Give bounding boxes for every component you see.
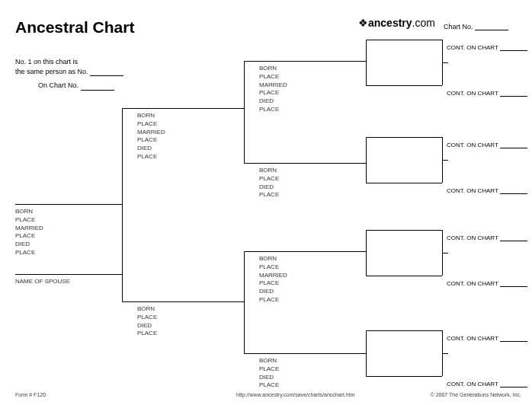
person-5-name-line[interactable] xyxy=(244,163,366,164)
person-5-fields[interactable]: BORNPLACEDIEDPLACE xyxy=(259,167,279,199)
chart-number-label: Chart No. xyxy=(444,23,473,30)
person-10-name-line[interactable] xyxy=(366,137,442,138)
person-7-name-line[interactable] xyxy=(244,353,366,354)
footer-form: Form # F120 xyxy=(15,392,46,397)
cont-chart-10[interactable]: CONT. ON CHART xyxy=(447,142,527,148)
chart-number-field[interactable]: Chart No. xyxy=(444,23,508,30)
person-3-fields[interactable]: BORNPLACEDIEDPLACE xyxy=(137,305,157,338)
cont-chart-12[interactable]: CONT. ON CHART xyxy=(447,234,527,241)
person-1-name-line[interactable] xyxy=(15,204,122,205)
footer-copy: © 2007 The Generations Network, Inc. xyxy=(431,392,521,397)
intro-block: No. 1 on this chart is the same person a… xyxy=(15,57,123,91)
person-8-name-line[interactable] xyxy=(366,40,442,40)
person-7-fields[interactable]: BORNPLACEDIEDPLACE xyxy=(259,357,279,390)
cont-chart-14[interactable]: CONT. ON CHART xyxy=(447,335,527,342)
footer-url: http://www.ancestry.com/save/charts/ancc… xyxy=(236,392,354,397)
bracket-gen3-d xyxy=(366,330,367,376)
bracket-gen3-c xyxy=(366,230,367,276)
person-2-name-line[interactable] xyxy=(122,108,244,109)
bracket-gen2-lower xyxy=(244,251,245,353)
bracket-gen1 xyxy=(122,108,123,301)
brand-glyph-icon: ❖ xyxy=(358,17,368,29)
person-11-name-line[interactable] xyxy=(366,183,442,183)
person-13-name-line[interactable] xyxy=(366,276,442,276)
person-14-name-line[interactable] xyxy=(366,330,442,331)
bracket-gen3-a xyxy=(366,40,367,85)
cont-chart-9[interactable]: CONT. ON CHART xyxy=(447,90,527,97)
cont-chart-8[interactable]: CONT. ON CHART xyxy=(447,44,527,51)
person-9-name-line[interactable] xyxy=(366,85,442,86)
intro-line-2[interactable]: the same person as No. xyxy=(15,67,123,77)
cont-chart-11[interactable]: CONT. ON CHART xyxy=(447,187,527,194)
person-15-name-line[interactable] xyxy=(366,376,442,377)
bracket-gen3-b xyxy=(366,137,367,183)
stub-d xyxy=(442,353,448,354)
bracket-gen2-upper xyxy=(244,61,245,163)
person-6-name-line[interactable] xyxy=(244,251,366,252)
person-12-name-line[interactable] xyxy=(366,230,442,231)
page-title: Ancestral Chart xyxy=(15,18,134,37)
cont-chart-15[interactable]: CONT. ON CHART xyxy=(447,381,527,387)
person-6-fields[interactable]: BORNPLACEMARRIEDPLACEDIEDPLACE xyxy=(259,255,287,305)
stub-b xyxy=(442,160,448,161)
ancestral-chart-form: Ancestral Chart ❖ancestry.com Chart No. … xyxy=(0,0,532,405)
stub-a xyxy=(442,62,448,63)
cont-chart-13[interactable]: CONT. ON CHART xyxy=(447,280,527,287)
stub-c xyxy=(442,253,448,254)
spouse-name-line[interactable] xyxy=(15,274,122,275)
brand-name: ancestry xyxy=(368,17,412,29)
brand-suffix: .com xyxy=(412,17,435,29)
person-4-name-line[interactable] xyxy=(244,61,366,62)
person-2-fields[interactable]: BORNPLACEMARRIEDPLACEDIEDPLACE xyxy=(137,112,165,161)
intro-line-3[interactable]: On Chart No. xyxy=(15,81,123,91)
intro-line-1: No. 1 on this chart is xyxy=(15,57,123,67)
spouse-label: NAME OF SPOUSE xyxy=(15,278,70,286)
person-1-fields[interactable]: BORNPLACEMARRIEDPLACEDIEDPLACE xyxy=(15,208,43,257)
brand-logo: ❖ancestry.com xyxy=(358,17,435,29)
person-4-fields[interactable]: BORNPLACEMARRIEDPLACEDIEDPLACE xyxy=(259,65,287,114)
person-3-name-line[interactable] xyxy=(122,301,244,302)
